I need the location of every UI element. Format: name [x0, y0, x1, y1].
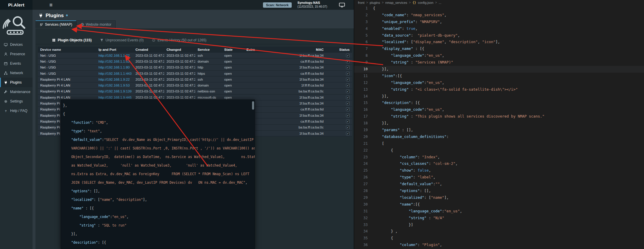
editor-line[interactable]: 16 "language_code":"en_us",	[354, 106, 644, 113]
status-checkbox[interactable]: ✓	[346, 132, 350, 135]
editor-line[interactable]: 18 }],	[354, 120, 644, 127]
tooltip-scrollbar[interactable]	[252, 101, 254, 110]
editor-line[interactable]: 25 "show": false,	[354, 167, 644, 174]
status-checkbox[interactable]: ✓	[346, 120, 350, 123]
column-header[interactable]: Extra	[244, 47, 281, 52]
editor-line[interactable]: 27 "default_value":"",	[354, 181, 644, 188]
ip-port-link[interactable]: http://192.168.1.1:22	[96, 53, 133, 58]
editor-line[interactable]: 36 "column": "Plugin",	[354, 242, 644, 248]
ip-port-link[interactable]: http://192.168.1.9:139	[96, 89, 133, 94]
tab-services-nmap[interactable]: Services (NMAP)	[35, 20, 76, 28]
sidebar-item-network[interactable]: Network	[0, 68, 33, 78]
ip-port-url[interactable]: http://192.168.1.1:80	[99, 66, 130, 69]
sidebar-item-maintenance[interactable]: Maintenance	[0, 87, 33, 97]
column-header[interactable]: Device name	[38, 47, 96, 52]
status-checkbox[interactable]: ✓	[346, 89, 350, 93]
editor-line[interactable]: 19 "params" : [],	[354, 127, 644, 134]
editor-line[interactable]: 22 {	[354, 147, 644, 154]
editor-line[interactable]: 11 "icon":[{	[354, 73, 644, 79]
status-checkbox[interactable]: ✓	[346, 126, 350, 129]
editor-line[interactable]: 8 "language_code":"en_us",	[354, 52, 644, 59]
editor-line[interactable]: 1{	[354, 5, 644, 12]
editor-line[interactable]: 20 "database_column_definitions":	[354, 134, 644, 140]
status-checkbox[interactable]: ✓	[346, 60, 350, 63]
editor-line[interactable]: 21 [	[354, 140, 644, 147]
ip-port-link[interactable]: http://192.168.1.9:53	[96, 82, 133, 88]
sidebar-item-settings[interactable]: Settings	[0, 97, 33, 106]
subtab-unprocessed-events[interactable]: Unprocessed Events (0)	[100, 36, 144, 44]
editor-line[interactable]: 7 "display_name" : [{	[354, 45, 644, 52]
editor-line[interactable]: 33 }]	[354, 222, 644, 228]
column-header[interactable]: Ip and Port	[96, 47, 133, 52]
column-header[interactable]: Changed	[164, 47, 195, 52]
subtab-plugin-objects[interactable]: Plugin Objects (115)	[52, 36, 92, 44]
ip-port-url[interactable]: http://192.168.1.1:443	[99, 72, 132, 75]
sidebar-item-presence[interactable]: Presence	[0, 49, 33, 59]
subtab-events-history[interactable]: Events History (50 out of 1265)	[152, 36, 206, 44]
editor-line[interactable]: 34 } ,	[354, 228, 644, 235]
ip-port-url[interactable]: http://192.168.1.9:139	[99, 89, 132, 93]
ip-port-link[interactable]: http://192.168.1.1:53	[96, 58, 133, 64]
sidebar-item-plugins[interactable]: Plugins	[0, 78, 33, 87]
column-header[interactable]: Service	[195, 47, 222, 52]
editor-line[interactable]: 17 "string" : "This plugin shows all ser…	[354, 113, 644, 120]
status-checkbox[interactable]: ✓	[346, 54, 350, 57]
breadcrumb-item[interactable]: ...	[439, 1, 441, 4]
ip-port-url[interactable]: http://192.168.1.1:53	[99, 60, 130, 63]
breadcrumb-item[interactable]: config.json	[418, 1, 433, 4]
ip-port-url[interactable]: http://192.168.1.1:22	[99, 54, 130, 57]
ip-port-link[interactable]: http://192.168.1.1:80	[96, 65, 133, 70]
editor-line[interactable]: 5 "data_source": "pialert-db-query",	[354, 32, 644, 39]
editor-line[interactable]: 35 {	[354, 235, 644, 242]
status-checkbox[interactable]: ✓	[346, 114, 350, 117]
ip-port-url[interactable]: http://192.168.1.9:53	[99, 84, 130, 87]
editor-line[interactable]: 29 "localized": ["name"],	[354, 194, 644, 201]
sidebar-item-events[interactable]: Events	[0, 59, 33, 68]
column-header[interactable]: Created	[133, 47, 164, 52]
status-checkbox[interactable]: ✓	[346, 72, 350, 75]
editor-line[interactable]: 15 "description": [{	[354, 100, 644, 106]
breadcrumb-item[interactable]: nmap_services	[385, 1, 407, 4]
status-checkbox[interactable]: ✓	[346, 66, 350, 69]
editor-line[interactable]: 32 "string" : "N/A"	[354, 215, 644, 222]
editor-line[interactable]: 12 "language_code":"en_us",	[354, 79, 644, 86]
status-checkbox[interactable]: ✓	[346, 102, 350, 105]
status-checkbox[interactable]: ✓	[346, 78, 350, 81]
status-checkbox[interactable]: ✓	[346, 84, 350, 87]
editor-line[interactable]: 10 }],	[354, 66, 644, 73]
column-header[interactable]: MAC	[281, 47, 325, 52]
editor-line[interactable]: 14 }],	[354, 93, 644, 100]
editor-line[interactable]: 9 "string" : "Services (NMAP)"	[354, 59, 644, 66]
editor-line[interactable]: 30 "name":[{	[354, 201, 644, 208]
editor-line[interactable]: 23 "column": "Index",	[354, 154, 644, 161]
workstation-icon[interactable]	[339, 3, 345, 7]
ip-port-link[interactable]: http://192.168.1.9:22	[96, 77, 133, 82]
menu-toggle-icon[interactable]: ≡	[49, 2, 53, 8]
ip-port-url[interactable]: http://192.168.1.9:445	[99, 96, 132, 99]
breadcrumb-item[interactable]: front	[358, 1, 364, 4]
editor-line[interactable]: 6 "localized": ["display_name", "descrip…	[354, 39, 644, 45]
tooltip-code-line: }],	[63, 230, 255, 238]
editor-line[interactable]: 24 "css_classes": "col-sm-2",	[354, 160, 644, 167]
editor-line[interactable]: 28 "options": [],	[354, 188, 644, 194]
ip-port-link[interactable]: http://192.168.1.1:443	[96, 71, 133, 76]
editor-line[interactable]: 13 "string" : "<i class=\"fa-solid fa-sa…	[354, 86, 644, 93]
sidebar-item-help[interactable]: ?Help / FAQ	[0, 106, 33, 115]
column-header[interactable]: Status	[325, 47, 352, 52]
sidebar-item-devices[interactable]: Devices	[0, 40, 33, 49]
app-logo[interactable]: Pi.Alert	[0, 0, 33, 10]
editor-line[interactable]: 2 "code_name": "nmap_services",	[354, 12, 644, 19]
column-header[interactable]: State	[222, 47, 244, 52]
breadcrumb-item[interactable]: plugins	[370, 1, 380, 4]
code-token: : [	[406, 40, 413, 44]
status-checkbox[interactable]: ✓	[346, 96, 350, 99]
editor-line[interactable]: 26 "type": "label",	[354, 174, 644, 181]
tab-website-monitor[interactable]: Website monitor	[76, 20, 115, 28]
editor-line[interactable]: 31 "language_code":"en_us",	[354, 208, 644, 215]
ip-port-url[interactable]: http://192.168.1.9:22	[99, 78, 130, 81]
editor-line[interactable]: 3 "unique_prefix": "NMAPSRV",	[354, 19, 644, 25]
status-checkbox[interactable]: ✓	[346, 108, 350, 111]
code-token: : [	[424, 195, 431, 200]
info-badge[interactable]	[66, 14, 68, 16]
editor-line[interactable]: 4 "enabled": true,	[354, 25, 644, 32]
